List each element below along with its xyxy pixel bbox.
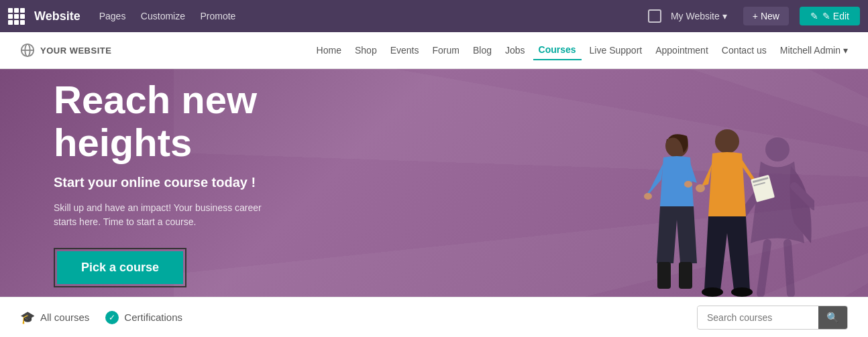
svg-point-13 [715,129,739,153]
hero-section: Reach new heights Start your online cour… [0,69,868,297]
my-website-chevron: ▾ [722,11,727,21]
svg-point-19 [731,287,753,297]
user-menu[interactable]: Mitchell Admin ▾ [780,45,848,56]
nav-shop[interactable]: Shop [349,41,382,60]
svg-point-12 [684,181,692,188]
admin-nav-pages[interactable]: Pages [99,11,126,21]
pick-a-course-button[interactable]: Pick a course [57,251,183,284]
hero-illustration [613,109,814,297]
svg-point-17 [696,184,705,192]
user-menu-chevron: ▾ [843,45,848,56]
mobile-preview-icon[interactable] [648,9,661,23]
svg-line-6 [761,243,767,293]
svg-point-3 [765,137,790,161]
hero-figures-svg [613,109,814,297]
all-courses-label: All courses [40,312,89,323]
globe-icon [20,43,35,58]
hero-title: Reach new heights [54,78,402,164]
logo-text: YOUR WEBSITE [40,46,111,56]
new-label: New [761,11,779,21]
my-website-label: My Website [671,11,720,21]
search-courses-input[interactable] [698,307,818,328]
svg-point-9 [644,193,652,200]
hero-cta-wrapper: Pick a course [54,248,186,287]
admin-nav-customize[interactable]: Customize [141,11,185,21]
nav-forum[interactable]: Forum [427,41,464,60]
new-plus-icon: + [753,11,758,21]
user-name: Mitchell Admin [780,45,840,56]
hero-content: Reach new heights Start your online cour… [54,78,402,287]
admin-nav: Pages Customize Promote [99,10,248,22]
nav-jobs[interactable]: Jobs [500,41,531,60]
grid-icon[interactable] [8,8,25,25]
nav-courses[interactable]: Courses [533,40,582,60]
search-courses-button[interactable]: 🔍 [818,306,847,329]
nav-events[interactable]: Events [385,41,425,60]
all-courses-filter[interactable]: 🎓 All courses [20,310,89,325]
certifications-label: Certifications [124,312,182,323]
new-button[interactable]: + New [743,7,789,25]
site-nav-links: Home Shop Events Forum Blog Jobs Courses… [311,40,772,60]
certifications-filter[interactable]: ✓ Certifications [105,311,182,324]
hero-subtitle: Start your online course today ! [54,175,402,190]
nav-appointment[interactable]: Appointment [650,41,714,60]
hero-description: Skill up and have an impact! Your busine… [54,201,268,229]
nav-contact-us[interactable]: Contact us [716,41,772,60]
svg-line-7 [788,243,791,293]
check-circle-icon: ✓ [105,311,119,324]
site-title[interactable]: Website [34,9,80,23]
nav-blog[interactable]: Blog [468,41,497,60]
site-logo[interactable]: YOUR WEBSITE [20,43,111,58]
graduation-cap-icon: 🎓 [20,310,35,325]
bottom-filter-bar: 🎓 All courses ✓ Certifications 🔍 [0,297,868,337]
admin-bar: Website Pages Customize Promote My Websi… [0,0,868,32]
edit-label: ✎ Edit [822,11,849,21]
svg-rect-10 [657,262,671,289]
pencil-icon: ✎ [810,11,818,21]
nav-home[interactable]: Home [311,41,347,60]
edit-button[interactable]: ✎ ✎ Edit [800,7,860,25]
nav-live-support[interactable]: Live Support [584,41,648,60]
svg-point-18 [702,287,723,297]
svg-rect-11 [679,262,692,289]
site-navigation: YOUR WEBSITE Home Shop Events Forum Blog… [0,32,868,69]
search-courses-box: 🔍 [697,306,848,330]
my-website-button[interactable]: My Website ▾ [671,11,727,21]
admin-nav-promote[interactable]: Promote [200,11,235,21]
